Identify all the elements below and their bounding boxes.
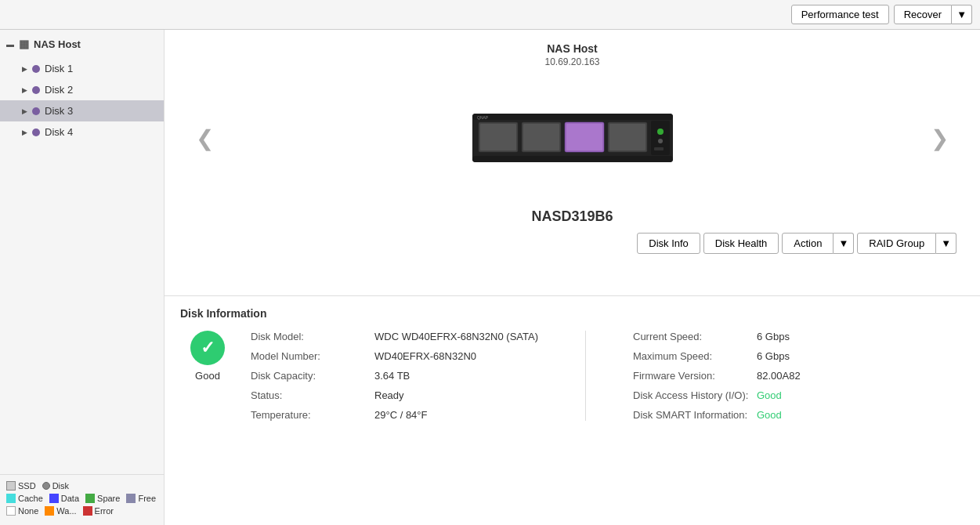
action-bar: Disk Info Disk Health Action ▼ RAID Grou… xyxy=(180,233,964,254)
prev-arrow-button[interactable]: ❮ xyxy=(188,125,222,151)
disk-health-button[interactable]: Disk Health xyxy=(703,233,779,254)
disk1-label: Disk 1 xyxy=(45,63,73,74)
device-panel: NAS Host 10.69.20.163 ❮ xyxy=(165,30,980,296)
info-row-firmware: Firmware Version: 82.00A82 xyxy=(633,370,801,382)
legend-data-box xyxy=(49,494,59,503)
legend-row-2: Cache Data Spare Free xyxy=(6,494,157,503)
info-row-current-speed: Current Speed: 6 Gbps xyxy=(633,331,801,342)
svg-point-12 xyxy=(657,129,664,135)
legend-none-label: None xyxy=(18,506,38,516)
status-label: Status: xyxy=(251,389,368,401)
disk-capacity-value: 3.64 TB xyxy=(374,370,410,382)
collapse-icon: ▬ xyxy=(6,40,14,49)
sidebar-host-label: NAS Host xyxy=(34,38,81,50)
nas-device-illustration: QNAP xyxy=(471,110,674,166)
device-image-area: ❮ xyxy=(180,91,964,185)
content-area: NAS Host 10.69.20.163 ❮ xyxy=(165,30,980,525)
disk-info-content: ✓ Good Disk Model: WDC WD40EFRX-68N32N0 … xyxy=(180,331,964,421)
info-row-temperature: Temperature: 29°C / 84°F xyxy=(251,409,538,421)
recover-arrow-button[interactable]: ▼ xyxy=(952,5,972,24)
svg-rect-10 xyxy=(609,124,645,150)
raid-group-button[interactable]: RAID Group xyxy=(857,233,936,254)
info-columns: Disk Model: WDC WD40EFRX-68N32N0 (SATA) … xyxy=(251,331,964,421)
legend-none-box xyxy=(6,506,16,516)
svg-rect-14 xyxy=(654,147,664,150)
svg-rect-4 xyxy=(480,124,516,150)
top-bar: Performance test Recover ▼ xyxy=(0,0,980,30)
legend-cache-box xyxy=(6,494,16,503)
legend-error-box xyxy=(83,506,92,516)
access-history-value: Good xyxy=(757,389,782,401)
current-speed-value: 6 Gbps xyxy=(757,331,790,342)
sidebar-item-disk2[interactable]: ▶ Disk 2 xyxy=(0,79,164,100)
performance-test-button[interactable]: Performance test xyxy=(791,5,889,24)
legend-spare-box xyxy=(85,494,95,503)
disk-dot-disk4 xyxy=(32,129,40,136)
model-number-label: Model Number: xyxy=(251,350,368,362)
legend-disk-label: Disk xyxy=(52,481,69,491)
expand-icon-disk3: ▶ xyxy=(22,107,27,115)
disk-capacity-label: Disk Capacity: xyxy=(251,370,368,382)
legend-free: Free xyxy=(126,494,156,503)
disk3-label: Disk 3 xyxy=(45,105,73,117)
legend-spare-label: Spare xyxy=(97,494,120,503)
legend-warning: Wa... xyxy=(45,506,76,516)
action-arrow-button[interactable]: ▼ xyxy=(834,233,854,254)
svg-text:QNAP: QNAP xyxy=(477,115,489,120)
disk-dot-disk3 xyxy=(32,107,40,115)
sidebar-item-disk3[interactable]: ▶ Disk 3 xyxy=(0,100,164,121)
svg-rect-8 xyxy=(566,124,602,150)
legend-error-label: Error xyxy=(95,506,114,516)
legend-free-label: Free xyxy=(138,494,156,503)
legend-data-label: Data xyxy=(61,494,79,503)
action-button[interactable]: Action xyxy=(782,233,834,254)
info-row-max-speed: Maximum Speed: 6 Gbps xyxy=(633,350,801,362)
legend-disk-dot xyxy=(42,482,50,490)
legend-spare: Spare xyxy=(85,494,120,503)
sidebar-item-disk1[interactable]: ▶ Disk 1 xyxy=(0,58,164,79)
sidebar-legend: SSD Disk Cache Data Spare xyxy=(0,474,164,525)
legend-none: None xyxy=(6,506,38,516)
smart-label: Disk SMART Information: xyxy=(633,409,750,421)
max-speed-label: Maximum Speed: xyxy=(633,350,750,362)
info-row-smart: Disk SMART Information: Good xyxy=(633,409,801,421)
raid-group-arrow-button[interactable]: ▼ xyxy=(936,233,956,254)
temperature-value: 29°C / 84°F xyxy=(374,409,427,421)
legend-error: Error xyxy=(83,506,114,516)
firmware-label: Firmware Version: xyxy=(633,370,750,382)
legend-cache: Cache xyxy=(6,494,43,503)
info-col-left: Disk Model: WDC WD40EFRX-68N32N0 (SATA) … xyxy=(251,331,538,421)
firmware-value: 82.00A82 xyxy=(757,370,801,382)
good-label: Good xyxy=(195,370,220,382)
disk-info-title: Disk Information xyxy=(180,307,964,320)
legend-data: Data xyxy=(49,494,79,503)
disk4-label: Disk 4 xyxy=(45,126,73,138)
status-value: Ready xyxy=(374,389,404,401)
legend-free-box xyxy=(126,494,136,503)
svg-point-13 xyxy=(658,139,663,143)
legend-ssd-box xyxy=(6,481,16,491)
info-row-disk-capacity: Disk Capacity: 3.64 TB xyxy=(251,370,538,382)
model-number-value: WD40EFRX-68N32N0 xyxy=(374,350,476,362)
sidebar: ▬ ▦ NAS Host ▶ Disk 1 ▶ Disk 2 ▶ Disk 3 … xyxy=(0,30,165,525)
info-col-right: Current Speed: 6 Gbps Maximum Speed: 6 G… xyxy=(633,331,801,421)
svg-rect-2 xyxy=(472,156,673,162)
sidebar-item-disk4[interactable]: ▶ Disk 4 xyxy=(0,121,164,143)
next-arrow-button[interactable]: ❯ xyxy=(923,125,956,151)
disk-dot-disk1 xyxy=(32,65,40,73)
disk-info-panel: Disk Information ✓ Good Disk Model: WDC … xyxy=(165,296,980,525)
expand-icon-disk4: ▶ xyxy=(22,129,27,136)
smart-value: Good xyxy=(757,409,782,421)
current-speed-label: Current Speed: xyxy=(633,331,750,342)
disk-dot-disk2 xyxy=(32,86,40,94)
max-speed-value: 6 Gbps xyxy=(757,350,790,362)
disk-info-button[interactable]: Disk Info xyxy=(637,233,700,254)
svg-rect-1 xyxy=(472,114,673,120)
sidebar-header[interactable]: ▬ ▦ NAS Host xyxy=(0,30,164,58)
recover-button[interactable]: Recover xyxy=(894,5,952,24)
column-divider xyxy=(585,331,586,421)
legend-warning-label: Wa... xyxy=(56,506,76,516)
legend-row-1: SSD Disk xyxy=(6,481,157,491)
legend-ssd-label: SSD xyxy=(18,481,36,491)
expand-icon-disk2: ▶ xyxy=(22,86,27,94)
